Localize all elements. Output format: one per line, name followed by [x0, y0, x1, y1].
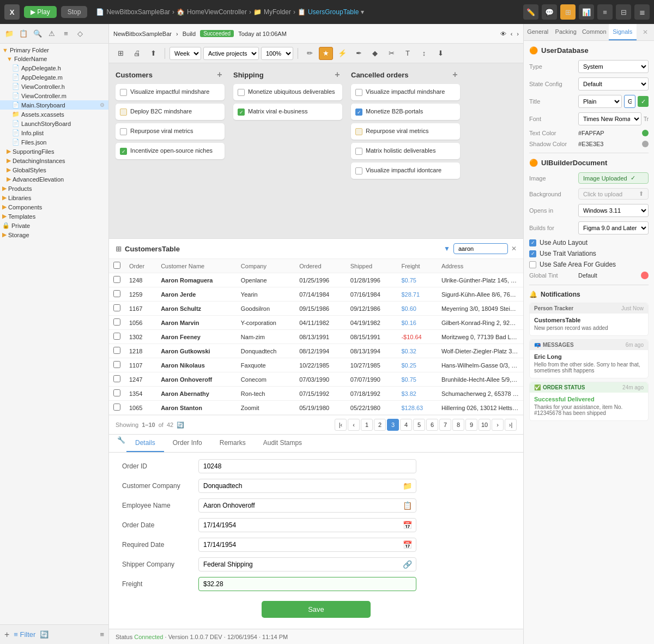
kanban-checkbox[interactable]	[120, 89, 127, 96]
nav-forward-button[interactable]: ›	[517, 31, 519, 37]
row-checkbox[interactable]	[113, 375, 120, 382]
sidebar-item-storage[interactable]: ▶ Storage	[0, 230, 108, 239]
title-text-input[interactable]	[624, 95, 635, 108]
table-row[interactable]: 1248 Aaron Romaguera Openlane 01/25/1996…	[109, 273, 523, 287]
kanban-checkbox[interactable]	[120, 109, 127, 116]
type-select[interactable]: System	[578, 60, 649, 73]
sidebar-item-detachinginstances[interactable]: ▶ DetachingInstances	[0, 156, 108, 165]
tool-pen[interactable]: ✒	[352, 47, 366, 60]
tool-scissors[interactable]: ✂	[384, 47, 398, 60]
refresh-icon[interactable]: 🔄	[177, 422, 184, 429]
builds-for-select[interactable]: Figma 9.0 and Later	[578, 221, 649, 234]
toolbar-icon-grid[interactable]: ⊞	[560, 4, 576, 20]
row-checkbox[interactable]	[113, 347, 120, 354]
tool-star[interactable]: ★	[319, 47, 333, 60]
row-checkbox[interactable]	[113, 333, 120, 340]
sidebar-item-private[interactable]: 🔒 Private	[0, 221, 108, 230]
tool-updown[interactable]: ↕	[417, 47, 431, 60]
kanban-checkbox[interactable]	[355, 148, 362, 155]
row-checkbox[interactable]	[113, 276, 120, 283]
sidebar-item-appdelegate-h[interactable]: 📄 AppDelegate.h	[0, 63, 108, 73]
sidebar-item-appdelegate-m[interactable]: 📄 AppDelegate.m	[0, 73, 108, 82]
sidebar-item-assets[interactable]: 📁 Assets.xcassets	[0, 110, 108, 119]
opens-in-select[interactable]: Windows 3.11	[578, 204, 649, 217]
sidebar-item-supportingfiles[interactable]: ▶ SupportingFiles	[0, 147, 108, 156]
toolbar-icon-edit[interactable]: ✏️	[523, 4, 538, 20]
toolbar-icon-table[interactable]: ⊟	[616, 4, 631, 20]
sidebar-item-main-storyboard[interactable]: 📄 Main.Storyboard ⚙	[0, 100, 108, 110]
sidebar-item-templates[interactable]: ▶ Templates	[0, 212, 108, 221]
row-checkbox[interactable]	[113, 389, 120, 396]
kanban-checkbox[interactable]: ✓	[355, 109, 362, 116]
next-page-button[interactable]: ›	[492, 419, 504, 431]
page-number-button[interactable]: 10	[479, 419, 491, 431]
freight-input[interactable]	[198, 577, 416, 591]
stop-button[interactable]: Stop	[61, 6, 88, 18]
breadcrumb-item-3[interactable]: MyFolder	[264, 8, 291, 16]
page-number-button[interactable]: 9	[465, 419, 477, 431]
title-select[interactable]: Plain	[578, 95, 622, 108]
tab-details[interactable]: Details	[126, 435, 164, 452]
page-number-button[interactable]: 8	[452, 419, 464, 431]
page-number-button[interactable]: 1	[361, 419, 373, 431]
sidebar-folder-icon[interactable]: 📁	[3, 28, 15, 40]
table-row[interactable]: 1259 Aaron Jerde Yearin 07/14/1984 07/16…	[109, 287, 523, 302]
tab-signals[interactable]: Signals	[609, 24, 637, 40]
sidebar-item-components[interactable]: ▶ Components	[0, 202, 108, 212]
safe-area-checkbox[interactable]	[529, 261, 536, 268]
kanban-checkbox[interactable]	[238, 89, 245, 96]
page-number-button[interactable]: 4	[400, 419, 412, 431]
sidebar-item-libraries[interactable]: ▶ Libraries	[0, 193, 108, 202]
table-row[interactable]: 1247 Aaron Onhoveroff Conecom 07/03/1990…	[109, 372, 523, 387]
toolbar-icon-lines[interactable]: ≣	[634, 4, 650, 20]
trait-variations-checkbox[interactable]: ✓	[529, 250, 536, 257]
eye-icon[interactable]: 👁	[500, 31, 506, 37]
sidebar-item-advancedelevation[interactable]: ▶ AdvancedElevation	[0, 174, 108, 184]
global-tint-swatch[interactable]	[641, 272, 649, 279]
customer-company-input[interactable]	[198, 479, 416, 493]
confirm-icon[interactable]: ✓	[638, 96, 649, 107]
page-number-button[interactable]: 6	[426, 419, 438, 431]
row-checkbox[interactable]	[113, 404, 120, 411]
tab-order-info[interactable]: Order Info	[164, 435, 211, 452]
table-row[interactable]: 1302 Aaron Feeney Nam-zim 08/13/1991 08/…	[109, 330, 523, 344]
page-number-button[interactable]: 2	[374, 419, 386, 431]
tab-general[interactable]: General	[524, 24, 552, 40]
zoom-select[interactable]: 100%	[261, 47, 293, 60]
first-page-button[interactable]: |‹	[335, 419, 347, 431]
sidebar-item-infoplist[interactable]: 📄 Info.plist	[0, 128, 108, 137]
toolbar-icon-chart[interactable]: 📊	[579, 4, 594, 20]
week-select[interactable]: Week	[169, 47, 201, 60]
auto-layout-checkbox[interactable]: ✓	[529, 239, 536, 246]
sidebar-list-icon[interactable]: 📋	[17, 28, 29, 40]
row-checkbox[interactable]	[113, 290, 120, 297]
sidebar-item-foldername[interactable]: ▼ FolderName	[0, 55, 108, 63]
sidebar-item-launchstoryboard[interactable]: 📄 LaunchStoryBoard	[0, 119, 108, 128]
row-checkbox[interactable]	[113, 304, 120, 311]
toolbar-icon-comment[interactable]: 💬	[542, 4, 557, 20]
kanban-add-button[interactable]: +	[450, 70, 460, 80]
prev-page-button[interactable]: ‹	[348, 419, 360, 431]
filter-input[interactable]	[453, 243, 508, 254]
tab-audit-stamps[interactable]: Audit Stamps	[255, 435, 311, 452]
click-upload-button[interactable]: Click to upload ⬆	[578, 188, 649, 200]
kanban-checkbox[interactable]	[355, 89, 362, 96]
employee-name-input[interactable]	[198, 498, 416, 513]
text-color-swatch[interactable]	[642, 130, 649, 136]
order-date-input[interactable]	[198, 518, 416, 532]
page-number-button[interactable]: 7	[439, 419, 451, 431]
shadow-color-swatch[interactable]	[642, 141, 649, 147]
page-number-button[interactable]: 3	[387, 419, 399, 431]
project-filter-select[interactable]: Active projects	[203, 47, 259, 60]
tool-pencil[interactable]: ✏	[302, 47, 317, 60]
toolbar-icon-list[interactable]: ≡	[597, 4, 613, 20]
font-select[interactable]: Times New Romario	[578, 112, 641, 125]
breadcrumb-item-1[interactable]: NewBitboxSampleBar	[106, 8, 170, 16]
sidebar-item-globalstyles[interactable]: ▶ GlobalStyles	[0, 165, 108, 174]
required-date-input[interactable]	[198, 538, 416, 552]
last-page-button[interactable]: ›|	[505, 419, 517, 431]
nav-back-button[interactable]: ‹	[511, 31, 513, 37]
row-checkbox[interactable]	[113, 361, 120, 368]
kanban-checkbox[interactable]	[355, 128, 362, 135]
sidebar-item-products[interactable]: ▶ Products	[0, 184, 108, 193]
